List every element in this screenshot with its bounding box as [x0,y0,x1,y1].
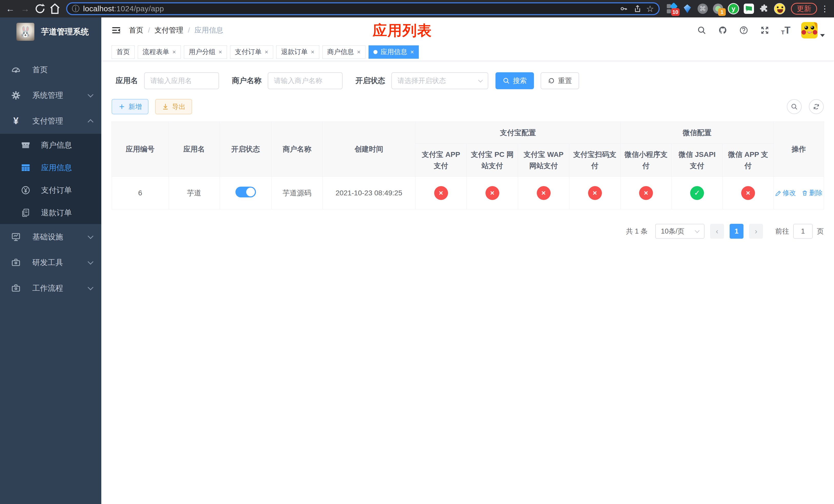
hide-search-button[interactable] [787,99,802,114]
shop-icon [20,140,31,150]
browser-reload-button[interactable] [34,3,46,15]
sidebar-item-pay-order[interactable]: 支付订单 [0,179,101,202]
sidebar-item-label: 研发工具 [32,257,88,268]
breadcrumb: 首页 / 支付管理 / 应用信息 [129,25,223,35]
extension-blocks-icon[interactable]: 10 [666,3,678,14]
plus-icon [118,103,126,110]
url-text[interactable]: localhost:1024/pay/app [83,4,164,13]
profile-avatar-icon[interactable] [774,3,785,14]
sidebar-item-dev-tools[interactable]: 研发工具 [0,250,101,275]
search-button[interactable]: 搜索 [496,72,534,89]
share-icon[interactable] [632,4,643,14]
chevron-down-icon [478,78,483,82]
refresh-table-button[interactable] [809,99,824,114]
address-bar[interactable]: ⓘ localhost:1024/pay/app [66,2,660,15]
tag-process-form[interactable]: 流程表单 [138,45,181,59]
merchant-name-label: 商户名称 [232,76,262,86]
close-icon[interactable] [410,48,414,55]
user-avatar-menu[interactable] [801,22,825,39]
cell-wechat-app: × [723,177,774,209]
col-app-id: 应用编号 [112,122,169,177]
refresh-icon [813,103,820,110]
status-cross-icon: × [434,186,448,200]
tag-app-info[interactable]: 应用信息 [369,45,419,59]
search-icon [503,77,510,84]
sidebar-item-home[interactable]: 首页 [0,57,101,83]
app-name-input[interactable] [144,72,219,89]
gem-shape [684,4,691,13]
reload-icon [34,3,46,15]
extension-y-icon[interactable]: y [728,3,739,14]
row-status-toggle[interactable] [236,187,256,198]
table-toolbar: 新增 导出 [112,99,824,114]
goto-page-input[interactable] [793,224,813,239]
sidebar-item-system[interactable]: 系统管理 [0,83,101,108]
extension-chat-icon[interactable] [743,3,754,14]
page-title-annotation: 应用列表 [373,21,432,41]
close-icon[interactable] [265,48,268,55]
reset-button[interactable]: 重置 [541,72,579,89]
cell-created: 2021-10-23 08:49:25 [323,177,415,209]
close-icon[interactable] [172,48,176,55]
col-merchant: 商户名称 [271,122,323,177]
page-size-select[interactable]: 10条/页 [655,224,704,239]
col-alipay-qr: 支付宝扫码支付 [569,144,621,177]
browser-home-button[interactable] [49,3,61,15]
github-icon[interactable] [717,25,728,36]
col-wechat-jsapi: 微信 JSAPI 支付 [672,144,723,177]
fullscreen-icon[interactable] [759,25,770,36]
merchant-name-input[interactable] [268,72,343,89]
payment-submenu: 商户信息 应用信息 支付订单 [0,134,101,224]
edit-link[interactable]: 修改 [775,188,796,198]
prev-page-button[interactable] [710,224,724,239]
cell-merchant: 芋道源码 [271,177,323,209]
sidebar-item-payment[interactable]: ¥ 支付管理 [0,108,101,134]
extension-command-icon[interactable] [697,3,708,14]
close-icon[interactable] [311,48,314,55]
browser-forward-button[interactable]: → [19,3,31,15]
tag-refund-order[interactable]: 退款订单 [276,45,319,59]
col-alipay-wap: 支付宝 WAP 网站支付 [518,144,569,177]
page-number-active[interactable]: 1 [730,224,744,239]
refresh-icon [548,77,555,84]
browser-back-button[interactable]: ← [4,3,16,15]
close-icon[interactable] [357,48,360,55]
sidebar-item-workflow[interactable]: 工作流程 [0,275,101,301]
sidebar-item-app-info[interactable]: 应用信息 [0,156,101,179]
close-icon[interactable] [219,48,222,55]
sidebar-item-merchant-info[interactable]: 商户信息 [0,134,101,156]
site-info-icon[interactable]: ⓘ [72,4,80,14]
font-size-icon[interactable] [780,25,791,36]
breadcrumb-payment[interactable]: 支付管理 [155,25,183,35]
add-button-label: 新增 [129,102,142,111]
chrome-update-button[interactable]: 更新 [791,3,817,15]
next-page-button[interactable] [749,224,763,239]
password-key-icon[interactable] [619,4,629,14]
bookmark-star-icon[interactable] [646,4,654,14]
tag-user-group[interactable]: 用户分组 [184,45,227,59]
export-button[interactable]: 导出 [155,99,192,114]
browser-menu-icon[interactable] [820,4,830,14]
help-icon[interactable] [738,25,749,36]
search-icon[interactable] [696,25,707,36]
extension-gem-icon[interactable] [682,3,693,14]
breadcrumb-home[interactable]: 首页 [129,25,144,35]
chevron-up-icon [88,119,94,125]
app-logo: 🐰 [16,23,35,41]
sidebar-item-refund-order[interactable]: 退款订单 [0,202,101,224]
extensions-puzzle-icon[interactable] [759,3,770,14]
sidebar-item-label: 应用信息 [41,162,93,173]
sidebar-collapse-icon[interactable] [111,25,122,36]
status-select[interactable]: 请选择开启状态 [391,72,488,89]
tag-pay-order[interactable]: 支付订单 [230,45,273,59]
cell-actions: 修改 删除 [774,177,824,209]
tag-merchant-info[interactable]: 商户信息 [322,45,366,59]
sidebar-logo-row[interactable]: 🐰 芋道管理系统 [0,18,101,46]
tag-home[interactable]: 首页 [112,45,135,59]
navbar: 首页 / 支付管理 / 应用信息 应用列表 [101,18,834,43]
sidebar-item-infra[interactable]: 基础设施 [0,224,101,250]
extension-camera-icon[interactable]: 1 [712,3,724,14]
add-button[interactable]: 新增 [112,99,149,114]
delete-link[interactable]: 删除 [802,188,823,198]
y-circle: y [728,3,739,14]
